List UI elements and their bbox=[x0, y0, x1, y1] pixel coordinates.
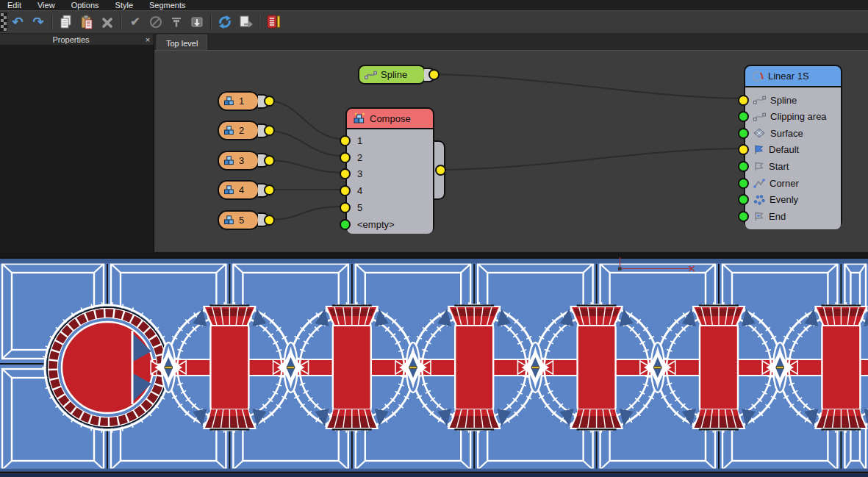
toolbar-grip[interactable] bbox=[0, 12, 7, 32]
menu-style[interactable]: Style bbox=[115, 0, 133, 10]
toolbar-separator bbox=[121, 14, 122, 30]
properties-title: Properties bbox=[0, 35, 142, 44]
linear-input-surface[interactable] bbox=[738, 128, 749, 139]
linear-port-row: End bbox=[745, 208, 841, 225]
node-label: 2 bbox=[239, 125, 244, 136]
number-output-port[interactable] bbox=[264, 96, 275, 107]
application-window: Edit View Options Style Segments ↶ ↷ bbox=[0, 0, 868, 477]
pin-icon bbox=[168, 13, 185, 31]
node-number-1[interactable]: 1 bbox=[218, 91, 259, 111]
copy-button[interactable] bbox=[57, 12, 76, 32]
undo-button[interactable]: ↶ bbox=[8, 12, 27, 32]
check-icon: ✔ bbox=[130, 16, 140, 28]
flag-dot-icon bbox=[753, 211, 764, 222]
tab-top-level[interactable]: Top level bbox=[157, 35, 207, 51]
compose-output-port[interactable] bbox=[435, 165, 446, 176]
linear-input-default[interactable] bbox=[738, 144, 749, 155]
linear-port-row: Default bbox=[745, 142, 841, 159]
linear-ring-icon bbox=[751, 70, 764, 82]
number-output-port[interactable] bbox=[264, 215, 275, 226]
import-button[interactable] bbox=[187, 12, 207, 32]
report-button[interactable] bbox=[264, 12, 283, 32]
node-label: 1 bbox=[239, 96, 244, 107]
compose-input-empty[interactable] bbox=[340, 219, 351, 230]
slash-circle-icon bbox=[147, 13, 165, 31]
row-label: Surface bbox=[770, 128, 803, 139]
node-spline[interactable]: Spline bbox=[358, 65, 426, 85]
row-label: Default bbox=[769, 144, 799, 155]
linear-port-row: Clipping area bbox=[745, 109, 841, 126]
row-label: Corner bbox=[770, 178, 799, 189]
evenly-icon bbox=[753, 194, 765, 205]
node-label: 4 bbox=[239, 184, 244, 196]
paste-icon bbox=[78, 13, 96, 31]
toolbar-separator bbox=[51, 14, 53, 30]
export-button[interactable] bbox=[236, 12, 255, 32]
linear-input-evenly[interactable] bbox=[738, 194, 749, 205]
row-label: Start bbox=[769, 161, 789, 172]
node-number-5[interactable]: 5 bbox=[218, 210, 259, 230]
corner-icon bbox=[753, 178, 765, 189]
toolbar-separator bbox=[210, 14, 212, 30]
measurement-annotation bbox=[618, 268, 622, 271]
close-icon[interactable]: × bbox=[142, 35, 154, 44]
node-label: 5 bbox=[239, 215, 244, 226]
apply-button[interactable]: ✔ bbox=[126, 12, 145, 32]
linear-input-spline[interactable] bbox=[738, 95, 749, 106]
row-label: 1 bbox=[357, 135, 362, 146]
compose-input-2[interactable] bbox=[340, 152, 351, 163]
cubes-icon bbox=[223, 96, 235, 107]
row-label: Evenly bbox=[770, 194, 798, 205]
linear-input-clipping-area[interactable] bbox=[738, 111, 749, 122]
node-title: Compose bbox=[370, 113, 411, 124]
render-viewport[interactable] bbox=[0, 257, 868, 477]
compose-input-3[interactable] bbox=[340, 168, 351, 179]
node-label: Spline bbox=[381, 69, 407, 80]
compose-input-row: <empty> bbox=[347, 216, 433, 233]
redo-button[interactable]: ↷ bbox=[29, 12, 48, 32]
linear-input-start[interactable] bbox=[738, 161, 749, 172]
linear-port-row: Start bbox=[745, 158, 841, 175]
menu-options[interactable]: Options bbox=[71, 0, 99, 10]
compose-input-1[interactable] bbox=[340, 135, 351, 146]
number-output-port[interactable] bbox=[264, 155, 275, 166]
cubes-icon bbox=[223, 215, 235, 226]
linear-input-end[interactable] bbox=[738, 211, 749, 222]
delete-x-icon bbox=[98, 13, 116, 31]
menu-segments[interactable]: Segments bbox=[149, 0, 186, 10]
toolbar-separator bbox=[259, 14, 260, 30]
cubes-icon bbox=[223, 155, 235, 166]
spline-icon bbox=[365, 70, 377, 80]
export-icon bbox=[237, 13, 254, 31]
node-number-2[interactable]: 2 bbox=[218, 121, 259, 140]
cancel-button[interactable] bbox=[146, 12, 165, 32]
menu-edit[interactable]: Edit bbox=[7, 0, 21, 10]
menu-view[interactable]: View bbox=[37, 0, 55, 10]
refresh-icon bbox=[216, 13, 234, 31]
node-number-4[interactable]: 4 bbox=[218, 180, 259, 200]
linear-input-corner[interactable] bbox=[738, 178, 749, 189]
compose-input-5[interactable] bbox=[340, 202, 351, 213]
delete-button[interactable] bbox=[98, 12, 117, 32]
node-linear-1s[interactable]: Linear 1S Spline Clipping area bbox=[744, 65, 842, 228]
row-label: Spline bbox=[770, 95, 797, 106]
node-compose[interactable]: Compose 1 2 3 4 5 <empty> bbox=[345, 107, 434, 234]
node-number-3[interactable]: 3 bbox=[218, 151, 259, 171]
paste-button[interactable] bbox=[77, 12, 96, 32]
tab-bar: Top level bbox=[154, 34, 868, 50]
properties-header: Properties × bbox=[0, 34, 154, 45]
pin-button[interactable] bbox=[167, 12, 186, 32]
linear-port-row: Spline bbox=[745, 92, 841, 109]
compose-input-row: 5 bbox=[347, 199, 433, 216]
report-list-icon bbox=[265, 13, 282, 31]
linear-port-row: Evenly bbox=[745, 191, 841, 208]
box-down-arrow-icon bbox=[188, 13, 206, 31]
refresh-button[interactable] bbox=[215, 12, 234, 32]
copy-icon bbox=[57, 13, 75, 31]
spline-output-port[interactable] bbox=[428, 69, 440, 80]
compose-input-4[interactable] bbox=[340, 185, 351, 196]
cubes-icon bbox=[223, 125, 235, 136]
toolbar: ↶ ↷ ✔ bbox=[0, 10, 868, 34]
panel-separator bbox=[0, 252, 868, 257]
row-label: 5 bbox=[357, 202, 362, 213]
